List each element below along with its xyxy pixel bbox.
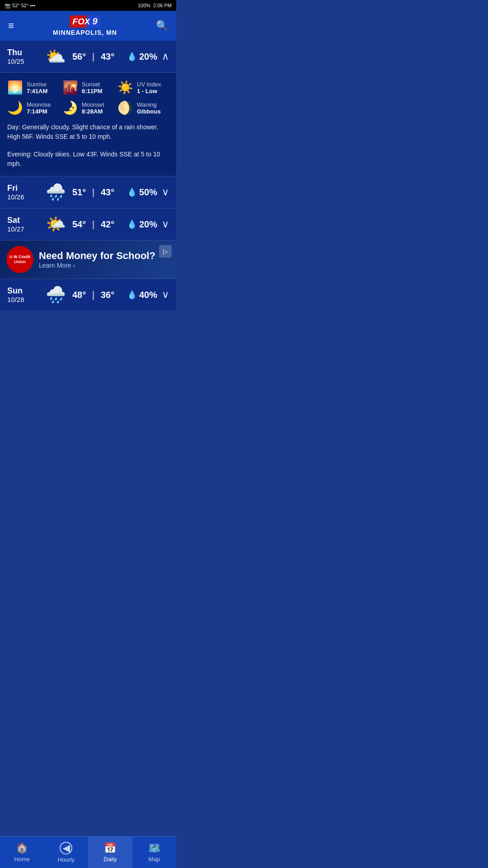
status-left: 📷 52° 52° ••• (5, 3, 35, 9)
ad-banner[interactable]: U W Credit Union Need Money for School? … (0, 241, 176, 279)
moonset-item: 🌛 Moonset 8:28AM (62, 100, 114, 115)
fox9-logo: FOX 9 (70, 15, 100, 28)
fri-name: Fri (7, 184, 39, 193)
ad-play-button[interactable]: ▷ (159, 245, 172, 258)
location-label: MINNEAPOLIS, MN (53, 29, 117, 36)
uv-label: UV Index (137, 81, 161, 88)
sunrise-value: 7:41AM (27, 88, 47, 94)
thu-temps: 56° | 43° (72, 52, 117, 62)
sunset-value: 6:11PM (82, 88, 103, 94)
fri-precip: 💧 50% (117, 187, 157, 198)
sat-chevron-icon: ∨ (162, 218, 169, 230)
moonrise-label: Moonrise (27, 101, 51, 108)
thu-icon: ⛅ (44, 47, 67, 66)
fri-chevron-icon: ∨ (162, 186, 169, 198)
fri-temps: 51° | 43° (72, 187, 117, 198)
sunset-icon: 🌇 (62, 80, 78, 95)
moonrise-value: 7:14PM (27, 108, 51, 115)
app-header: ≡ FOX 9 MINNEAPOLIS, MN 🔍 (0, 11, 176, 41)
thu-num: 10/25 (7, 57, 39, 65)
fri-precip-pct: 50% (139, 187, 157, 198)
sat-precip: 💧 20% (117, 219, 157, 230)
status-info: 📷 52° 52° ••• (5, 3, 35, 9)
time-display: 2:06 PM (153, 3, 172, 8)
sunset-item: 🌇 Sunset 6:11PM (62, 80, 114, 95)
day-row-sun[interactable]: Sun 10/28 🌧️ 48° | 36° 💧 40% ∨ (0, 279, 176, 311)
day-row-sat[interactable]: Sat 10/27 🌤️ 54° | 42° 💧 20% ∨ (0, 208, 176, 241)
thu-low: 43° (101, 52, 114, 61)
sat-date: Sat 10/27 (7, 216, 39, 233)
fri-low: 43° (101, 187, 114, 197)
sunrise-item: 🌅 Sunrise 7:41AM (7, 80, 59, 95)
sat-name: Sat (7, 216, 39, 225)
thu-precip: 💧 20% (117, 52, 157, 62)
uv-text: UV Index 1 - Low (137, 81, 161, 94)
sat-sep: | (92, 219, 95, 229)
moonset-label: Moonset (82, 101, 104, 108)
sat-temps: 54° | 42° (72, 219, 117, 230)
thu-chevron-icon: ∧ (162, 51, 169, 62)
moonset-text: Moonset 8:28AM (82, 101, 104, 115)
day-row-fri[interactable]: Fri 10/26 🌧️ 51° | 43° 💧 50% ∨ (0, 176, 176, 208)
fri-num: 10/26 (7, 193, 39, 201)
sunrise-label: Sunrise (27, 81, 47, 88)
sun-temps: 48° | 36° (72, 290, 117, 300)
fri-drop-icon: 💧 (127, 187, 137, 197)
sun-precip-pct: 40% (139, 290, 157, 300)
moonrise-text: Moonrise 7:14PM (27, 101, 51, 115)
sun-precip: 💧 40% (117, 290, 157, 300)
sun-date: Sun 10/28 (7, 286, 39, 303)
sun-icon: 🌧️ (44, 285, 67, 304)
moonset-icon: 🌛 (62, 100, 78, 115)
sat-low: 42° (101, 219, 114, 229)
thu-drop-icon: 💧 (127, 52, 137, 61)
thu-date: Thu 10/25 (7, 48, 39, 65)
fri-sep: | (92, 187, 95, 197)
uv-value: 1 - Low (137, 88, 161, 94)
sun-moon-grid: 🌅 Sunrise 7:41AM 🌇 Sunset 6:11PM ☀️ UV I… (7, 80, 169, 115)
moon-phase-item: 🌖 Waning Gibbous (117, 100, 169, 115)
ad-logo: U W Credit Union (6, 246, 33, 273)
sun-low: 36° (101, 290, 114, 300)
search-button[interactable]: 🔍 (156, 20, 168, 32)
sun-num: 10/28 (7, 296, 39, 303)
fri-high: 51° (72, 187, 86, 197)
thu-sep: | (92, 52, 95, 61)
thu-detail-panel: 🌅 Sunrise 7:41AM 🌇 Sunset 6:11PM ☀️ UV I… (0, 73, 176, 176)
logo-nine-text: 9 (90, 16, 97, 27)
ad-main-text: Need Money for School? (39, 250, 170, 262)
day-forecast-text: Day: Generally cloudy. Slight chance of … (7, 123, 169, 142)
moonset-value: 8:28AM (82, 108, 104, 115)
sat-precip-pct: 20% (139, 219, 157, 230)
sun-sep: | (92, 290, 95, 300)
fri-icon: 🌧️ (44, 183, 67, 202)
sun-chevron-icon: ∨ (162, 289, 169, 301)
sunrise-text: Sunrise 7:41AM (27, 81, 47, 94)
thu-precip-pct: 20% (139, 52, 157, 62)
uv-item: ☀️ UV Index 1 - Low (117, 80, 169, 95)
sun-high: 48° (72, 290, 86, 300)
weather-section: Thu 10/25 ⛅ 56° | 43° 💧 20% ∧ 🌅 Sunrise … (0, 41, 176, 311)
moon-phase-icon: 🌖 (117, 100, 133, 115)
ad-content: Need Money for School? Learn More › (39, 250, 170, 269)
sat-high: 54° (72, 219, 86, 229)
thu-high: 56° (72, 52, 86, 61)
menu-button[interactable]: ≡ (8, 20, 14, 32)
sunset-label: Sunset (82, 81, 103, 88)
evening-forecast-text: Evening: Cloudy skies. Low 43F. Winds SS… (7, 150, 169, 169)
sat-drop-icon: 💧 (127, 219, 137, 229)
moon-phase-label: Waning (137, 101, 161, 108)
status-bar: 📷 52° 52° ••• 100% 2:06 PM (0, 0, 176, 11)
status-right: 100% 2:06 PM (138, 3, 172, 8)
logo-area: FOX 9 MINNEAPOLIS, MN (53, 15, 117, 36)
thu-name: Thu (7, 48, 39, 57)
day-row-thu[interactable]: Thu 10/25 ⛅ 56° | 43° 💧 20% ∧ (0, 41, 176, 73)
uv-icon: ☀️ (117, 80, 133, 95)
logo-fox-text: FOX (72, 17, 90, 27)
sun-name: Sun (7, 286, 39, 296)
sunset-text: Sunset 6:11PM (82, 81, 103, 94)
ad-sub-text: Learn More › (39, 262, 170, 269)
battery-indicator: 100% (138, 3, 150, 8)
moonrise-icon: 🌙 (7, 100, 23, 115)
sun-drop-icon: 💧 (127, 290, 137, 300)
